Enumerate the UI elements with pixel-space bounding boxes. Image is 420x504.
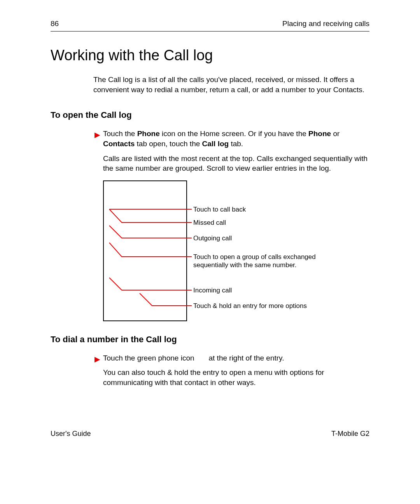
bullet-open-call-log: ▶ Touch the Phone icon on the Home scree… [103, 129, 369, 149]
triangle-bullet-icon: ▶ [94, 130, 100, 140]
intro-paragraph: The Call log is a list of all the calls … [93, 75, 369, 94]
phone-icon-placeholder [196, 354, 206, 362]
t: Touch the [103, 130, 137, 138]
section-name: Placing and receiving calls [282, 19, 369, 28]
t: Touch the green phone icon [103, 354, 196, 362]
section2-body: ▶ Touch the green phone icon at the righ… [103, 353, 369, 388]
t: at the right of the entry. [206, 354, 284, 362]
t: tab open, touch the [135, 140, 202, 148]
footer-left: User's Guide [51, 430, 91, 438]
page-number: 86 [51, 19, 59, 28]
t: Contacts [103, 140, 135, 148]
section1-paragraph: Calls are listed with the most recent at… [103, 154, 369, 173]
callout-line-top [103, 180, 192, 227]
t: Phone [137, 130, 160, 138]
t: or [331, 130, 340, 138]
triangle-bullet-icon: ▶ [94, 354, 100, 364]
callout-missed-call: Missed call [193, 219, 226, 227]
callout-group: Touch to open a group of calls exchanged… [193, 253, 326, 270]
running-header: 86 Placing and receiving calls [51, 19, 369, 28]
footer-right: T-Mobile G2 [331, 430, 369, 438]
subheading-dial-number: To dial a number in the Call log [51, 334, 369, 345]
section2-paragraph: You can also touch & hold the entry to o… [103, 368, 369, 387]
t: Call log [202, 140, 229, 148]
t: tab. [229, 140, 243, 148]
callout-call-back: Touch to call back [193, 205, 246, 214]
subheading-open-call-log: To open the Call log [51, 110, 369, 120]
running-footer: User's Guide T-Mobile G2 [51, 430, 369, 438]
t: icon on the Home screen. Or if you have … [160, 130, 308, 138]
page: 86 Placing and receiving calls Working w… [0, 0, 420, 504]
callout-outgoing: Outgoing call [193, 234, 232, 242]
t: Phone [308, 130, 331, 138]
callout-incoming: Incoming call [193, 286, 232, 294]
page-title: Working with the Call log [51, 47, 369, 64]
diagram: Touch to call back Missed call Outgoing … [103, 180, 369, 324]
header-rule [51, 31, 369, 32]
section1-body: ▶ Touch the Phone icon on the Home scree… [103, 129, 369, 173]
bullet-dial-number: ▶ Touch the green phone icon at the righ… [103, 353, 369, 363]
callout-hold-entry: Touch & hold an entry for more options [193, 302, 307, 310]
